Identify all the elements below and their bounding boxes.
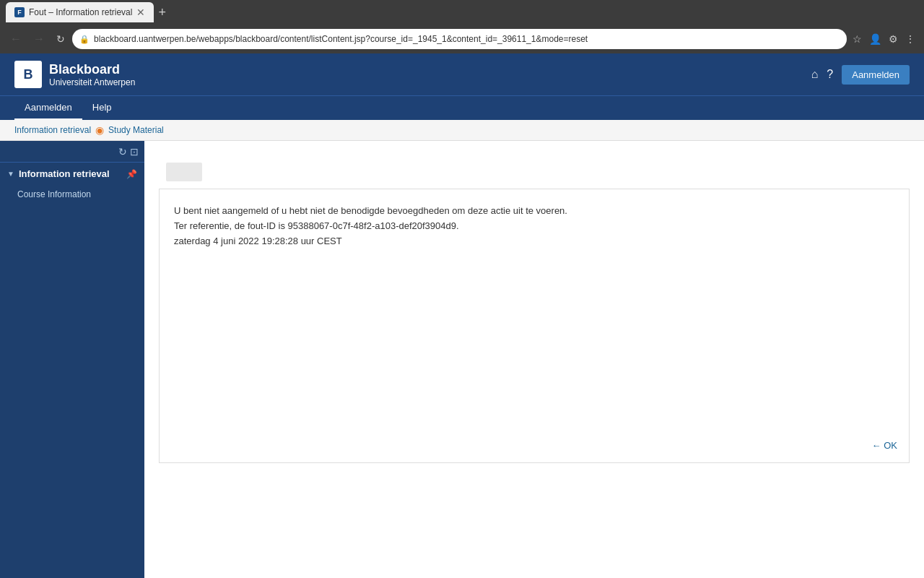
error-line-1: U bent niet aangemeld of u hebt niet de … [174, 204, 894, 219]
sidebar-pin-icon: 📌 [126, 169, 137, 179]
tab-favicon: F [14, 7, 25, 17]
active-tab[interactable]: F Fout – Information retrieval ✕ [6, 2, 154, 22]
logo-text: Blackboard Universiteit Antwerpen [49, 62, 135, 87]
menu-button[interactable]: ⋮ [902, 30, 918, 48]
error-line-3: zaterdag 4 juni 2022 19:28:28 uur CEST [174, 234, 894, 249]
main-layout: ↻ ⊡ ▼ Information retrieval 📌 Course Inf… [0, 141, 924, 578]
error-message: U bent niet aangemeld of u hebt niet de … [174, 204, 894, 249]
bb-header: B Blackboard Universiteit Antwerpen ⌂ ? … [0, 53, 924, 95]
sidebar-section-title: Information retrieval [19, 168, 110, 179]
browser-actions: ☆ 👤 ⚙ ⋮ [850, 30, 918, 48]
login-button[interactable]: Aanmelden [842, 65, 910, 85]
error-line-2: Ter referentie, de fout-ID is 95388067-0… [174, 219, 894, 234]
sidebar-section: ▼ Information retrieval 📌 Course Informa… [0, 163, 144, 204]
tab-close-button[interactable]: ✕ [136, 7, 145, 17]
back-button[interactable]: ← [6, 30, 26, 48]
error-box: U bent niet aangemeld of u hebt niet de … [159, 189, 910, 463]
sidebar-folder-button[interactable]: ⊡ [130, 146, 139, 158]
lock-icon: 🔒 [79, 35, 90, 44]
breadcrumb-icon: ◉ [95, 124, 104, 136]
sidebar-item-course-information[interactable]: Course Information [0, 185, 144, 204]
bb-logo: B Blackboard Universiteit Antwerpen [14, 61, 135, 88]
breadcrumb-item-0[interactable]: Information retrieval [14, 125, 91, 135]
reload-button[interactable]: ↻ [52, 30, 69, 48]
tab-bar: F Fout – Information retrieval ✕ + [0, 0, 924, 25]
error-container: U bent niet aangemeld of u hebt niet de … [144, 141, 924, 478]
loading-bar [166, 163, 202, 181]
nav-item-aanmelden[interactable]: Aanmelden [14, 96, 82, 120]
url-text: blackboard.uantwerpen.be/webapps/blackbo… [94, 34, 588, 44]
nav-link-aanmelden[interactable]: Aanmelden [14, 96, 82, 120]
content-area: U bent niet aangemeld of u hebt niet de … [144, 141, 924, 578]
blackboard-app: B Blackboard Universiteit Antwerpen ⌂ ? … [0, 53, 924, 578]
nav-item-help[interactable]: Help [82, 96, 122, 120]
sidebar-toolbar: ↻ ⊡ [0, 141, 144, 163]
logo-box: B [14, 61, 42, 88]
top-nav: Aanmelden Help [0, 95, 924, 120]
address-bar[interactable]: 🔒 blackboard.uantwerpen.be/webapps/black… [72, 29, 847, 49]
forward-button[interactable]: → [29, 30, 49, 48]
logo-subtitle: Universiteit Antwerpen [49, 77, 135, 87]
breadcrumb-item-1[interactable]: Study Material [108, 125, 164, 135]
favicon-letter: F [17, 9, 22, 16]
ok-button[interactable]: ← OK [872, 440, 897, 451]
extensions-button[interactable]: ⚙ [886, 30, 901, 48]
tab-title: Fout – Information retrieval [29, 7, 132, 17]
header-actions: ⌂ ? Aanmelden [811, 65, 910, 85]
new-tab-button[interactable]: + [154, 5, 170, 20]
breadcrumb: Information retrieval ◉ Study Material [0, 120, 924, 141]
logo-title: Blackboard [49, 62, 135, 77]
browser-chrome: F Fout – Information retrieval ✕ + ← → ↻… [0, 0, 924, 53]
sidebar-refresh-button[interactable]: ↻ [118, 146, 127, 158]
sidebar-section-header[interactable]: ▼ Information retrieval 📌 [0, 163, 144, 185]
home-icon[interactable]: ⌂ [811, 68, 819, 81]
sidebar: ↻ ⊡ ▼ Information retrieval 📌 Course Inf… [0, 141, 144, 578]
help-icon[interactable]: ? [827, 68, 833, 81]
nav-link-help[interactable]: Help [82, 96, 122, 120]
nav-bar: ← → ↻ 🔒 blackboard.uantwerpen.be/webapps… [0, 25, 924, 53]
bookmark-button[interactable]: ☆ [850, 30, 865, 48]
profile-button[interactable]: 👤 [866, 30, 884, 48]
sidebar-arrow-icon: ▼ [7, 170, 14, 178]
